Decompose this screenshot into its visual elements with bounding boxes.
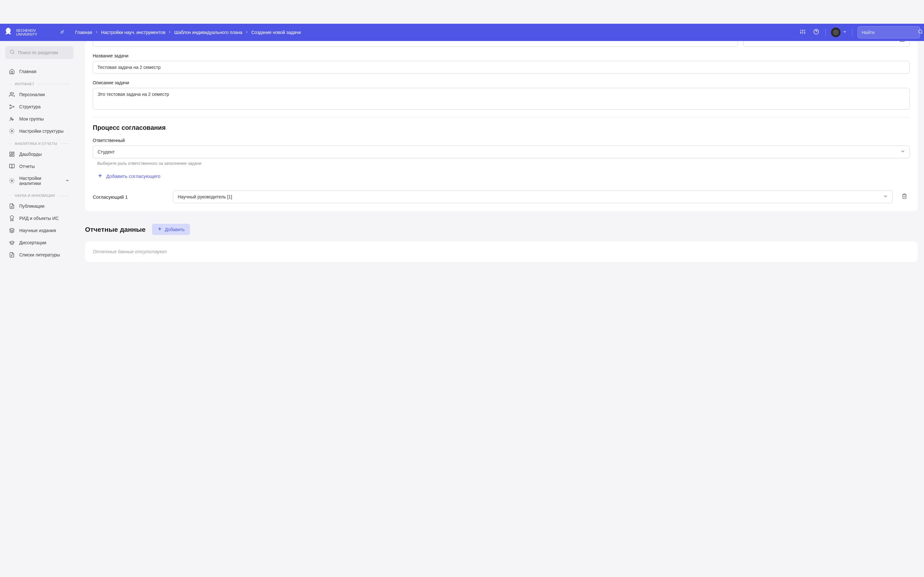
group-icon [9,116,15,122]
svg-point-26 [13,119,13,120]
graduation-icon [9,240,15,245]
breadcrumb-template[interactable]: Шаблон индивидуального плана [174,30,242,35]
report-section-header: Отчетные данные Добавить [85,218,918,242]
chevron-down-icon [843,29,847,35]
sidebar-item-structure[interactable]: Структура [5,101,73,113]
sidebar-item-personalii[interactable]: Персоналии [5,89,73,101]
responsible-select[interactable]: Студент [93,145,910,158]
sidebar-item-rid[interactable]: РИД и объекты ИС [5,212,73,224]
responsible-hint: Выберите роль ответственного за заполнен… [97,161,910,166]
home-icon [9,69,15,74]
svg-rect-28 [10,152,11,154]
svg-rect-30 [13,154,14,156]
divider [93,117,910,118]
file-icon [9,203,15,209]
svg-point-21 [10,108,11,109]
sidebar-item-label: Отчеты [19,164,35,169]
responsible-label: Ответственный [93,138,910,143]
add-report-button[interactable]: Добавить [152,224,190,235]
approver-label: Согласующий 1 [93,194,166,200]
chevron-down-icon [65,178,69,184]
svg-point-15 [919,30,922,33]
sidebar-item-dashboards[interactable]: Дашборды [5,148,73,160]
logo-area: SECHENOV UNIVERSITY [4,27,65,38]
add-approver-label: Добавить согласующего [106,173,160,179]
sidebar-search-input[interactable] [18,50,74,55]
report-empty-text: Отчетные данные отсутствуют [93,249,910,254]
main-content: Название задачи Описание задачи Процесс … [79,41,924,275]
sidebar-item-label: Настройки структуры [19,129,63,134]
sidebar-item-analytics-settings[interactable]: Настройки аналитики [5,172,73,189]
task-name-input[interactable] [93,61,910,74]
svg-point-35 [10,216,14,219]
chevron-right-icon [168,30,172,35]
gear-icon [9,128,15,134]
sidebar-item-label: Диссертации [19,240,46,245]
task-desc-input[interactable] [93,88,910,110]
plus-icon [157,226,162,232]
help-icon[interactable] [812,27,821,37]
sidebar-item-editions[interactable]: Научные издания [5,224,73,237]
sidebar-item-label: Настройки аналитики [19,176,61,186]
sidebar: Главная ИНТРАНЕТ Персоналии Структура Мо… [0,41,79,275]
svg-point-22 [13,106,14,107]
sidebar-item-home[interactable]: Главная [5,65,73,77]
chevron-right-icon [95,30,99,35]
sidebar-item-label: Главная [19,69,36,74]
divider [825,29,826,36]
task-desc-label: Описание задачи [93,80,910,85]
svg-point-17 [10,50,14,53]
sidebar-section-analytics: АНАЛИТИКА И ОТЧЕТЫ [5,137,73,148]
sidebar-item-label: Списки литературы [19,252,60,258]
sidebar-item-label: Научные издания [19,228,56,233]
search-icon [10,49,15,56]
svg-point-19 [10,92,12,94]
sliders-icon[interactable] [798,27,807,37]
sidebar-item-groups[interactable]: Мои группы [5,113,73,125]
svg-line-23 [11,105,12,106]
report-section-title: Отчетные данные [85,226,145,234]
svg-line-16 [921,33,922,34]
dashboard-icon [9,151,15,157]
sidebar-search[interactable] [5,46,73,59]
task-name-label: Название задачи [93,53,910,58]
search-input[interactable] [862,30,918,35]
app-header: SECHENOV UNIVERSITY Главная Настройки на… [0,24,924,41]
breadcrumb-home[interactable]: Главная [75,30,92,35]
sidebar-item-dissertations[interactable]: Диссертации [5,237,73,249]
sidebar-item-bibliography[interactable]: Списки литературы [5,249,73,261]
approval-section-title: Процесс согласования [93,124,910,131]
sidebar-item-label: Структура [19,104,40,109]
task-form-card: Название задачи Описание задачи Процесс … [85,41,918,211]
svg-line-24 [11,107,12,108]
sidebar-section-intranet: ИНТРАНЕТ [5,77,73,89]
approver-select[interactable]: Научный руководитель [1] [173,190,893,203]
sidebar-item-structure-settings[interactable]: Настройки структуры [5,125,73,137]
svg-point-32 [11,180,13,182]
svg-point-20 [10,105,11,106]
pin-icon[interactable] [60,29,65,35]
sitemap-icon [9,104,15,110]
sidebar-item-label: Дашборды [19,152,42,157]
sidebar-item-label: Публикации [19,203,44,209]
breadcrumb: Главная Настройки науч. инструментов Шаб… [75,30,795,35]
award-icon [9,215,15,221]
header-right [798,26,920,39]
user-menu[interactable] [831,27,847,37]
sidebar-item-publications[interactable]: Публикации [5,200,73,212]
add-report-label: Добавить [165,227,185,232]
svg-point-27 [11,131,13,132]
add-approver-button[interactable]: Добавить согласующего [93,169,165,183]
svg-line-18 [13,53,14,54]
delete-approver-button[interactable] [899,191,910,203]
avatar [831,27,841,37]
list-icon [9,252,15,258]
breadcrumb-settings[interactable]: Настройки науч. инструментов [101,30,165,35]
global-search[interactable] [858,26,920,39]
approver-row: Согласующий 1 Научный руководитель [1] [93,190,910,203]
book-icon [9,163,15,169]
svg-point-25 [11,118,12,119]
sidebar-item-reports[interactable]: Отчеты [5,160,73,172]
sidebar-item-label: РИД и объекты ИС [19,216,59,221]
report-empty-card: Отчетные данные отсутствуют [85,242,918,262]
